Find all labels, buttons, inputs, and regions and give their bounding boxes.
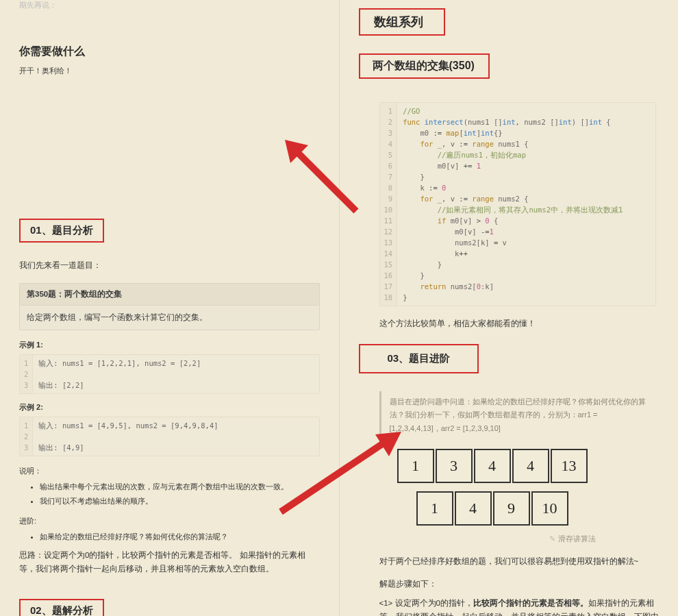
array-cell: 3 [436, 449, 473, 483]
pre-title: 期先再说： [19, 0, 320, 10]
right-column: 数组系列 两个数组的交集(350) 1234567891011121314151… [340, 0, 679, 616]
go-code-block: 123456789101112131415161718 //GOfunc int… [379, 102, 657, 306]
problem-head: 第350题：两个数组的交集 [20, 284, 319, 306]
list-item: 输出结果中每个元素出现的次数，应与元素在两个数组中出现的次数一致。 [40, 482, 320, 492]
go-text: 开干！奥利给！ [19, 66, 320, 76]
array-cell: 4 [512, 449, 549, 483]
heading-topic: 两个数组的交集(350) [359, 53, 490, 79]
after-code-text: 这个方法比较简单，相信大家都能看的懂！ [379, 319, 660, 329]
explain-list: 输出结果中每个元素出现的次数，应与元素在两个数组中出现的次数一致。我们可以不考虑… [40, 482, 320, 506]
list-item: 我们可以不考虑输出结果的顺序。 [40, 496, 320, 506]
array-cell: 13 [551, 449, 588, 483]
steps-heading: 解题步骤如下： [379, 579, 660, 589]
left-column: 期先再说： 你需要做什么 开干！奥利给！ 01、题目分析 我们先来看一道题目： … [0, 0, 340, 616]
step-1: <1> 设定两个为0的指针，比较两个指针的元素是否相等。如果指针的元素相等，我们… [379, 596, 660, 616]
array-cell: 1 [416, 491, 453, 526]
heading-section-03: 03、题目进阶 [359, 344, 479, 373]
example2-label: 示例 2: [19, 402, 320, 412]
quote-03: 题目在进阶问题中问道：如果给定的数组已经排好序呢？你将如何优化你的算法？我们分析… [379, 391, 660, 439]
list-item: 如果给定的数组已经排好序呢？将如何优化你的算法呢？ [40, 532, 320, 542]
advance-list: 如果给定的数组已经排好序呢？将如何优化你的算法呢？ [40, 532, 320, 542]
example1-code: 123 输入: nums1 = [1,2,2,1], nums2 = [2,2]… [19, 354, 320, 394]
array-cell: 4 [455, 491, 492, 526]
heading-what-todo: 你需要做什么 [19, 45, 320, 59]
array-cell: 10 [531, 491, 568, 526]
arrays-caption: 滑存讲算法 [397, 534, 596, 544]
problem-box: 第350题：两个数组的交集 给定两个数组，编写一个函数来计算它们的交集。 [19, 283, 320, 330]
array-cell: 4 [474, 449, 511, 483]
heading-series: 数组系列 [359, 8, 445, 36]
sorted-paragraph: 对于两个已经排序好数组的题，我们可以很容易想到使用双指针的解法~ [379, 556, 660, 567]
example1-label: 示例 1: [19, 340, 320, 350]
array-cell: 9 [493, 491, 530, 526]
explain-heading: 说明： [19, 466, 320, 476]
advance-heading: 进阶: [19, 516, 320, 526]
example2-code: 123 输入: nums1 = [4,9,5], nums2 = [9,4,9,… [19, 417, 320, 456]
problem-body: 给定两个数组，编写一个函数来计算它们的交集。 [20, 306, 319, 330]
heading-section-02: 02、题解分析 [19, 599, 104, 616]
idea-text: 思路：设定两个为0的指针，比较两个指针的元素是否相等。 如果指针的元素相等，我们… [19, 549, 320, 576]
array-cell: 1 [397, 449, 434, 483]
arrays-illustration: 134413 14910 滑存讲算法 [397, 449, 603, 544]
lead-01: 我们先来看一道题目： [19, 260, 320, 271]
heading-section-01: 01、题目分析 [19, 219, 104, 243]
